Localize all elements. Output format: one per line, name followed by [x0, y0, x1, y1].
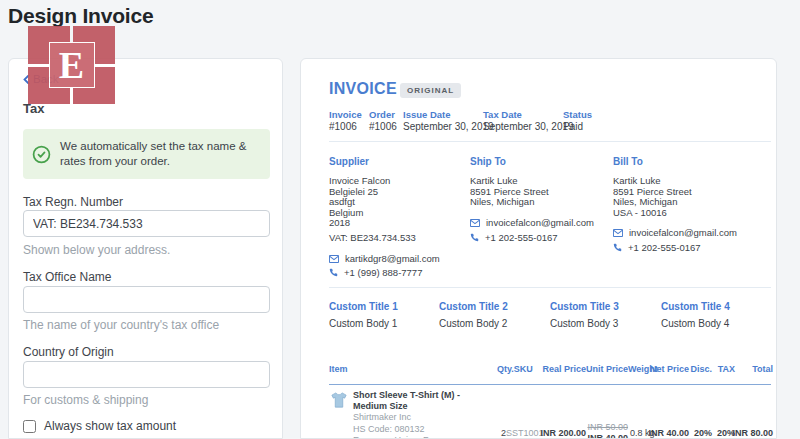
bill-to-email-row: invoicefalcon@gmail.com — [613, 227, 737, 238]
tax-office-name-helper: The name of your country's tax office — [23, 318, 219, 332]
meta-issue-date-value: September 30, 2019 — [403, 121, 494, 132]
bill-to-email: invoicefalcon@gmail.com — [629, 227, 737, 238]
email-icon — [329, 255, 339, 263]
page-title: Design Invoice — [8, 4, 153, 28]
supplier-email-row: kartikdgr8@gmail.com — [329, 253, 440, 264]
tax-info-alert-text: We automatically set the tax name & rate… — [60, 139, 261, 169]
tax-office-name-input[interactable] — [23, 286, 270, 313]
divider — [329, 287, 771, 288]
meta-tax-date-label: Tax Date — [483, 109, 522, 120]
custom-title-2: Custom Title 2 — [439, 301, 508, 312]
tax-info-alert: We automatically set the tax name & rate… — [23, 129, 270, 179]
item-total: INR 80.00 — [723, 428, 773, 438]
meta-issue-date-label: Issue Date — [403, 109, 451, 120]
tshirt-thumbnail-icon — [330, 389, 348, 411]
bill-to-phone-row: +1 202-555-0167 — [613, 242, 701, 253]
item-origin: European Union: France — [353, 435, 451, 439]
ship-to-address: Kartik Luke 8591 Pierce Street Niles, Mi… — [470, 176, 549, 208]
always-show-tax-label[interactable]: Always show tax amount — [44, 419, 176, 433]
tax-regn-number-helper: Shown below your address. — [23, 243, 170, 257]
meta-invoice-value: #1006 — [329, 121, 357, 132]
supplier-email: kartikdgr8@gmail.com — [345, 253, 440, 264]
phone-icon — [470, 233, 479, 242]
table-header-underline — [329, 384, 771, 385]
ship-to-phone: +1 202-555-0167 — [485, 232, 558, 243]
email-icon — [470, 219, 480, 227]
col-total: Total — [748, 364, 773, 374]
custom-title-4: Custom Title 4 — [661, 301, 730, 312]
item-net-price: INR 40.00 — [647, 428, 689, 438]
meta-order-value: #1006 — [369, 121, 397, 132]
col-unit-price: Unit Price — [584, 364, 628, 374]
custom-body-4: Custom Body 4 — [661, 318, 729, 329]
supplier-phone-row: +1 (999) 888-7777 — [329, 267, 422, 278]
bill-to-address: Kartik Luke 8591 Pierce Street Niles, Mi… — [613, 176, 692, 218]
supplier-vat: VAT: BE234.734.533 — [329, 233, 416, 244]
tax-regn-number-input[interactable] — [23, 210, 270, 237]
supplier-title: Supplier — [329, 156, 369, 167]
custom-body-1: Custom Body 1 — [329, 318, 397, 329]
ship-to-phone-row: +1 202-555-0167 — [470, 232, 558, 243]
col-qty-sku: Qty.SKU — [497, 364, 533, 374]
meta-status-label: Status — [563, 109, 592, 120]
divider — [329, 141, 771, 142]
brand-logo: E — [28, 26, 115, 104]
meta-invoice-label: Invoice — [329, 109, 362, 120]
custom-title-1: Custom Title 1 — [329, 301, 398, 312]
always-show-tax-checkbox[interactable] — [23, 420, 36, 433]
country-of-origin-input[interactable] — [23, 361, 270, 388]
col-disc: Disc. — [690, 364, 712, 374]
col-real-price: Real Price — [531, 364, 586, 374]
tax-office-name-label: Tax Office Name — [23, 270, 111, 284]
item-name: Short Sleeve T-Shirt (M) - Medium Size — [353, 390, 475, 411]
ship-to-email: invoicefalcon@gmail.com — [486, 217, 594, 228]
meta-order-label: Order — [369, 109, 395, 120]
tax-settings-panel: Back Tax We automatically set the tax na… — [8, 58, 283, 439]
invoice-preview-panel: INVOICE ORIGINAL Invoice #1006 Order #10… — [300, 58, 777, 439]
supplier-address: Invoice Falcon Belgielei 25 asdfgt Belgi… — [329, 176, 390, 229]
country-of-origin-helper: For customs & shipping — [23, 393, 148, 407]
phone-icon — [613, 243, 622, 252]
col-net-price: Net Price — [647, 364, 689, 374]
phone-icon — [329, 268, 338, 277]
item-unit-price: INR 40.00 — [571, 433, 628, 439]
always-show-tax-row: Always show tax amount — [23, 419, 176, 433]
check-circle-icon — [32, 145, 51, 164]
custom-body-2: Custom Body 2 — [439, 318, 507, 329]
ship-to-title: Ship To — [470, 156, 506, 167]
bill-to-phone: +1 202-555-0167 — [628, 242, 701, 253]
item-disc: 20% — [690, 428, 712, 438]
col-item: Item — [329, 364, 348, 374]
email-icon — [613, 229, 623, 237]
custom-title-3: Custom Title 3 — [550, 301, 619, 312]
item-old-unit-price: INR 50.00 — [571, 422, 628, 432]
tax-regn-number-label: Tax Regn. Number — [23, 195, 123, 209]
item-hs-code: HS Code: 080132 — [353, 424, 425, 434]
ship-to-email-row: invoicefalcon@gmail.com — [470, 217, 594, 228]
col-tax: TAX — [715, 364, 735, 374]
meta-status-value: Paid — [563, 121, 583, 132]
logo-letter: E — [59, 46, 84, 84]
original-badge: ORIGINAL — [400, 83, 461, 98]
item-brand: Shirtmaker Inc — [353, 412, 411, 422]
logo-letter-tile: E — [49, 42, 95, 88]
country-of-origin-label: Country of Origin — [23, 345, 114, 359]
bill-to-title: Bill To — [613, 156, 643, 167]
invoice-title: INVOICE — [329, 80, 397, 98]
meta-tax-date-value: September 30, 2019 — [483, 121, 574, 132]
custom-body-3: Custom Body 3 — [550, 318, 618, 329]
supplier-phone: +1 (999) 888-7777 — [344, 267, 422, 278]
